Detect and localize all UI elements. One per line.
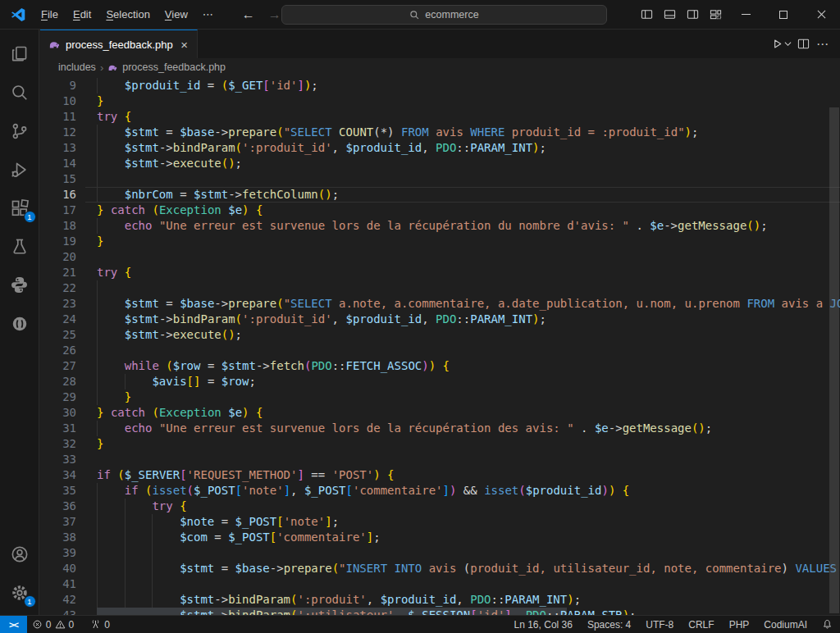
minimize-button[interactable] — [727, 0, 765, 29]
line-number[interactable]: 10 — [40, 93, 76, 109]
command-center-search[interactable]: ecommerce — [281, 5, 607, 25]
status-item-crlf[interactable]: CRLF — [681, 616, 721, 633]
line-number[interactable]: 19 — [40, 234, 76, 249]
code-line-29[interactable]: 29 } — [40, 389, 840, 405]
code-line-20[interactable]: 20 — [40, 249, 840, 265]
problems-indicator[interactable]: 0 0 — [27, 616, 79, 633]
maximize-button[interactable] — [765, 0, 802, 29]
line-number[interactable]: 24 — [40, 312, 76, 327]
code-line-18[interactable]: 18 echo "Une erreur est survenue lors de… — [40, 218, 840, 234]
line-number[interactable]: 33 — [40, 452, 76, 467]
line-number[interactable]: 20 — [40, 249, 76, 265]
line-number[interactable]: 14 — [40, 156, 76, 171]
line-number[interactable]: 41 — [40, 576, 76, 592]
line-number[interactable]: 35 — [40, 483, 76, 499]
code-line-19[interactable]: 19} — [40, 234, 840, 249]
menu-selection[interactable]: Selection — [98, 5, 157, 24]
line-number[interactable]: 12 — [40, 125, 76, 140]
line-number[interactable]: 28 — [40, 374, 76, 389]
toggle-panel-bottom-icon[interactable] — [658, 0, 681, 29]
ports-indicator[interactable]: 0 — [85, 616, 115, 633]
activity-item-search[interactable] — [0, 73, 39, 112]
line-number[interactable]: 32 — [40, 436, 76, 452]
status-item-utf-8[interactable]: UTF-8 — [638, 616, 681, 633]
code-line-27[interactable]: 27 while ($row = $stmt->fetch(PDO::FETCH… — [40, 358, 840, 374]
close-button[interactable] — [802, 0, 840, 29]
code-line-39[interactable]: 39 — [40, 545, 840, 561]
notifications-bell[interactable] — [815, 616, 840, 633]
menu-edit[interactable]: Edit — [66, 5, 98, 24]
remote-indicator[interactable]: >< — [0, 616, 27, 633]
code-line-17[interactable]: 17} catch (Exception $e) { — [40, 203, 840, 218]
run-dropdown-icon[interactable] — [783, 34, 792, 54]
code-line-13[interactable]: 13 $stmt->bindParam(':produit_id', $prod… — [40, 140, 840, 156]
code-line-35[interactable]: 35 if (isset($_POST['note'], $_POST['com… — [40, 483, 840, 499]
more-actions-icon[interactable]: ⋯ — [814, 34, 832, 54]
activity-item-run-debug[interactable] — [0, 150, 39, 189]
forward-arrow-icon[interactable]: → — [268, 7, 281, 22]
breadcrumb-item[interactable]: includes — [58, 61, 96, 73]
code-line-12[interactable]: 12 $stmt = $base->prepare("SELECT COUNT(… — [40, 125, 840, 140]
scrollbar-thumb[interactable] — [829, 107, 839, 613]
customize-layout-icon[interactable] — [704, 0, 727, 29]
code-line-24[interactable]: 24 $stmt->bindParam(':produit_id', $prod… — [40, 312, 840, 327]
code-line-33[interactable]: 33 — [40, 452, 840, 467]
code-line-26[interactable]: 26 — [40, 343, 840, 358]
activity-item-account[interactable] — [0, 535, 39, 573]
code-line-31[interactable]: 31 echo "Une erreur est survenue lors de… — [40, 421, 840, 436]
line-number[interactable]: 38 — [40, 530, 76, 545]
back-arrow-icon[interactable]: ← — [242, 7, 255, 22]
line-number[interactable]: 27 — [40, 358, 76, 374]
line-number[interactable]: 23 — [40, 296, 76, 312]
activity-item-explorer[interactable] — [0, 34, 39, 73]
code-line-9[interactable]: 9 $produit_id = ($_GET['id']); — [40, 78, 840, 93]
toggle-panel-right-icon[interactable] — [681, 0, 704, 29]
line-number[interactable]: 30 — [40, 405, 76, 421]
code-editor[interactable]: 9 $produit_id = ($_GET['id']);10}11try {… — [40, 76, 840, 615]
code-line-25[interactable]: 25 $stmt->execute(); — [40, 327, 840, 343]
line-number[interactable]: 13 — [40, 140, 76, 156]
line-number[interactable]: 39 — [40, 545, 76, 561]
line-number[interactable]: 34 — [40, 467, 76, 483]
activity-item-extension-circle[interactable] — [0, 304, 39, 343]
code-line-36[interactable]: 36 try { — [40, 499, 840, 514]
line-number[interactable]: 11 — [40, 109, 76, 125]
menu-view[interactable]: View — [158, 5, 195, 24]
split-editor-icon[interactable] — [794, 34, 812, 54]
line-number[interactable]: 25 — [40, 327, 76, 343]
code-line-22[interactable]: 22 — [40, 280, 840, 296]
toggle-panel-left-icon[interactable] — [635, 0, 658, 29]
code-line-28[interactable]: 28 $avis[] = $row; — [40, 374, 840, 389]
code-line-10[interactable]: 10} — [40, 93, 840, 109]
breadcrumb-item[interactable]: process_feedback.php — [122, 61, 226, 73]
menu-more[interactable]: ⋯ — [195, 5, 221, 24]
tab-close-icon[interactable]: × — [178, 38, 190, 52]
activity-item-source-control[interactable] — [0, 112, 39, 150]
code-line-40[interactable]: 40 $stmt = $base->prepare("INSERT INTO a… — [40, 561, 840, 576]
status-item-codiumai[interactable]: CodiumAI — [756, 616, 815, 633]
status-item-ln-16-col-36[interactable]: Ln 16, Col 36 — [507, 616, 580, 633]
activity-item-extensions[interactable]: 1 — [0, 189, 39, 227]
code-line-38[interactable]: 38 $com = $_POST['commentaire']; — [40, 530, 840, 545]
line-number[interactable]: 17 — [40, 203, 76, 218]
code-line-37[interactable]: 37 $note = $_POST['note']; — [40, 514, 840, 530]
line-number[interactable]: 22 — [40, 280, 76, 296]
code-line-15[interactable]: 15 — [40, 171, 840, 187]
code-line-41[interactable]: 41 — [40, 576, 840, 592]
line-number[interactable]: 21 — [40, 265, 76, 280]
status-item-php[interactable]: PHP — [722, 616, 757, 633]
line-number[interactable]: 42 — [40, 592, 76, 608]
line-number[interactable]: 31 — [40, 421, 76, 436]
vertical-scrollbar[interactable] — [829, 76, 840, 615]
code-line-30[interactable]: 30} catch (Exception $e) { — [40, 405, 840, 421]
line-number[interactable]: 37 — [40, 514, 76, 530]
line-number[interactable]: 26 — [40, 343, 76, 358]
line-number[interactable]: 29 — [40, 389, 76, 405]
code-line-42[interactable]: 42 $stmt->bindParam(':produit', $produit… — [40, 592, 840, 608]
line-number[interactable]: 9 — [40, 78, 76, 93]
code-line-11[interactable]: 11try { — [40, 109, 840, 125]
code-line-23[interactable]: 23 $stmt = $base->prepare("SELECT a.note… — [40, 296, 840, 312]
code-line-34[interactable]: 34if ($_SERVER['REQUEST_METHOD'] == 'POS… — [40, 467, 840, 483]
activity-item-python[interactable] — [0, 266, 39, 304]
code-line-21[interactable]: 21try { — [40, 265, 840, 280]
